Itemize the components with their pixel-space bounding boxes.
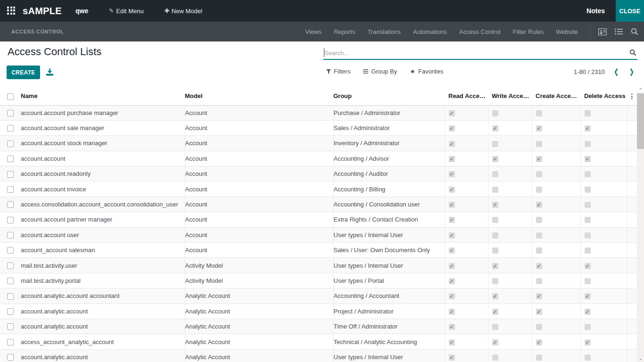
table-row[interactable]: account.analytic.account accountant Anal…	[0, 288, 637, 304]
cell-name[interactable]: account.account.readonly	[21, 166, 185, 181]
cell-write-access[interactable]	[488, 288, 532, 304]
cell-create-access[interactable]	[532, 105, 580, 120]
pager-range[interactable]: 1-80 / 2310	[574, 68, 605, 75]
cell-delete-access[interactable]	[580, 288, 627, 304]
cell-write-access[interactable]	[488, 258, 532, 273]
nav-item-views[interactable]: Views	[305, 28, 322, 35]
header-create-access[interactable]: Create Acce…	[532, 87, 580, 105]
cell-group[interactable]: User types / Internal User	[333, 227, 445, 242]
row-checkbox[interactable]	[7, 232, 14, 239]
cell-group[interactable]: User types / Portal	[333, 273, 445, 288]
table-row[interactable]: account.account invoice Account Accounti…	[0, 181, 637, 197]
row-checkbox[interactable]	[7, 201, 14, 208]
cell-group[interactable]: Inventory / Administrator	[333, 136, 445, 151]
cell-delete-access[interactable]	[580, 258, 627, 273]
nav-item-access-control[interactable]: Access Control	[459, 28, 500, 35]
nav-item-translations[interactable]: Translations	[368, 28, 401, 35]
group-by-button[interactable]: Group By	[363, 68, 397, 75]
cell-model[interactable]: Account	[185, 243, 333, 258]
table-row[interactable]: access.consolidation.account_account.con…	[0, 197, 637, 212]
cell-model[interactable]: Analytic Account	[185, 334, 333, 349]
row-checkbox[interactable]	[7, 247, 14, 254]
cell-create-access[interactable]	[532, 319, 580, 334]
cell-write-access[interactable]	[488, 136, 532, 151]
search-icon[interactable]	[631, 28, 638, 35]
vertical-scrollbar[interactable]: ⌃ ⌄	[637, 87, 644, 362]
cell-write-access[interactable]	[488, 319, 532, 334]
cell-name[interactable]: account.account user	[21, 227, 185, 242]
cell-group[interactable]: Accounting / Billing	[333, 181, 445, 197]
row-checkbox[interactable]	[7, 293, 14, 300]
cell-model[interactable]: Account	[185, 212, 333, 227]
table-row[interactable]: mail.test.activity.user Activity Model U…	[0, 258, 637, 273]
cell-read-access[interactable]	[445, 304, 488, 319]
cell-name[interactable]: account.account invoice	[21, 181, 185, 197]
cell-write-access[interactable]	[488, 181, 532, 197]
row-checkbox[interactable]	[7, 171, 14, 178]
cell-create-access[interactable]	[532, 151, 580, 166]
cell-group[interactable]: User types / Internal User	[333, 349, 445, 362]
table-row[interactable]: account.account.readonly Account Account…	[0, 166, 637, 181]
table-row[interactable]: account.account partner manager Account …	[0, 212, 637, 227]
cell-write-access[interactable]	[488, 151, 532, 166]
row-checkbox[interactable]	[7, 339, 14, 346]
cell-delete-access[interactable]	[580, 243, 627, 258]
cell-name[interactable]: account.analytic.account	[21, 304, 185, 319]
pager-prev-icon[interactable]: ❬	[613, 67, 619, 76]
cell-read-access[interactable]	[445, 227, 488, 242]
cell-create-access[interactable]	[532, 288, 580, 304]
cell-create-access[interactable]	[532, 258, 580, 273]
filters-button[interactable]: Filters	[326, 68, 350, 75]
table-row[interactable]: account.account Account Accounting / Adv…	[0, 151, 637, 166]
cell-create-access[interactable]	[532, 304, 580, 319]
cell-name[interactable]: account.analytic.account	[21, 349, 185, 362]
header-model[interactable]: Model	[185, 87, 333, 105]
header-name[interactable]: Name	[21, 87, 185, 105]
topbar-menu-qwe[interactable]: qwe	[75, 7, 88, 15]
row-checkbox[interactable]	[7, 217, 14, 223]
cell-model[interactable]: Activity Model	[185, 258, 333, 273]
row-checkbox[interactable]	[7, 110, 14, 116]
cell-read-access[interactable]	[445, 319, 488, 334]
cell-read-access[interactable]	[445, 349, 488, 362]
nav-item-reports[interactable]: Reports	[334, 28, 355, 35]
cell-read-access[interactable]	[445, 181, 488, 197]
cell-read-access[interactable]	[445, 243, 488, 258]
row-checkbox[interactable]	[7, 278, 14, 284]
cell-create-access[interactable]	[532, 197, 580, 212]
cell-model[interactable]: Analytic Account	[185, 304, 333, 319]
cell-write-access[interactable]	[488, 120, 532, 135]
header-delete-access[interactable]: Delete Access	[580, 87, 627, 105]
cell-name[interactable]: mail.test.activity.portal	[21, 273, 185, 288]
row-checkbox[interactable]	[7, 263, 14, 269]
cell-write-access[interactable]	[488, 304, 532, 319]
cell-group[interactable]: Technical / Analytic Accounting	[333, 334, 445, 349]
search-magnifier-icon[interactable]	[629, 49, 636, 56]
scroll-up-icon[interactable]: ⌃	[637, 87, 644, 93]
nav-item-automations[interactable]: Automations	[413, 28, 447, 35]
cell-model[interactable]: Activity Model	[185, 273, 333, 288]
cell-write-access[interactable]	[488, 334, 532, 349]
notes-button[interactable]: Notes	[586, 7, 605, 15]
header-group[interactable]: Group	[333, 87, 445, 105]
cell-read-access[interactable]	[445, 334, 488, 349]
row-checkbox[interactable]	[7, 156, 14, 162]
cell-read-access[interactable]	[445, 273, 488, 288]
cell-delete-access[interactable]	[580, 319, 627, 334]
table-row[interactable]: account.analytic.account Analytic Accoun…	[0, 319, 637, 334]
cell-name[interactable]: access.consolidation.account_account.con…	[21, 197, 185, 212]
cell-group[interactable]: Sales / Administrator	[333, 120, 445, 135]
cell-model[interactable]: Account	[185, 166, 333, 181]
cell-name[interactable]: access_account_analytic_account	[21, 334, 185, 349]
cell-group[interactable]: User types / Internal User	[333, 258, 445, 273]
cell-write-access[interactable]	[488, 273, 532, 288]
cell-create-access[interactable]	[532, 349, 580, 362]
cell-name[interactable]: account_account salesman	[21, 243, 185, 258]
cell-delete-access[interactable]	[580, 304, 627, 319]
nav-item-website[interactable]: Website	[556, 28, 578, 35]
cell-write-access[interactable]	[488, 243, 532, 258]
favorites-button[interactable]: ★ Favorites	[410, 68, 443, 75]
cell-create-access[interactable]	[532, 166, 580, 181]
cell-model[interactable]: Account	[185, 197, 333, 212]
cell-create-access[interactable]	[532, 273, 580, 288]
